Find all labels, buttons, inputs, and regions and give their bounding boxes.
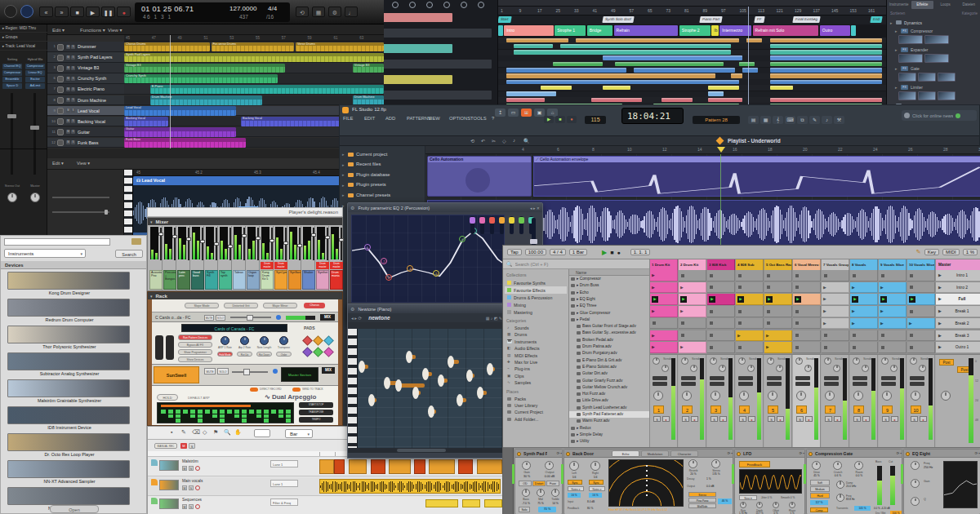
fl-menu-item[interactable]: VIEW — [428, 116, 440, 121]
folder-icon[interactable] — [131, 238, 141, 245]
device-knob[interactable] — [812, 461, 821, 470]
seq-clip[interactable] — [349, 459, 367, 474]
band-slider-cap[interactable] — [479, 217, 485, 224]
device-panel[interactable]: Back Door⟳ ▪EchoModulationCharacterLeft1… — [564, 449, 733, 514]
send-b-knob[interactable] — [804, 365, 812, 372]
channel-fader[interactable] — [174, 228, 176, 260]
solo-button[interactable]: S — [739, 416, 746, 422]
arp-side-button[interactable]: START/STOP — [299, 402, 333, 408]
session-track-header[interactable]: 10 Vocals Slice — [907, 259, 935, 270]
cubase-event[interactable] — [770, 38, 883, 43]
pitch-note-blob[interactable] — [438, 374, 444, 387]
clip-slot[interactable] — [679, 330, 706, 342]
fader-handle[interactable] — [7, 114, 16, 118]
preset-thumbnail[interactable] — [898, 73, 916, 82]
clip-slot[interactable]: ▶ — [879, 306, 906, 317]
session-track-header[interactable]: 9 Vocals Slice — [879, 259, 906, 270]
session-track-header[interactable]: 3 808 Kick — [707, 259, 735, 270]
place-item[interactable]: Add Folder... — [505, 416, 567, 423]
mute-button[interactable]: M — [182, 485, 187, 490]
device-hotswap-icon[interactable]: ⟳ ▪ — [556, 451, 562, 455]
rewind-button[interactable]: « — [39, 7, 53, 17]
region[interactable]: For-verse Drums — [212, 42, 295, 52]
arp-step-cell[interactable] — [242, 414, 247, 419]
browser-file-row[interactable]: ▸ Glue Compressor — [569, 310, 649, 317]
pct-chip[interactable]: 16 % — [589, 493, 602, 498]
sidebar-item[interactable]: ▸ Region: MIDI Thru — [0, 24, 47, 33]
browser-file-row[interactable]: ▸ Drum Buss — [569, 282, 649, 289]
sequencer-tool-icon[interactable]: ✋ — [234, 429, 242, 436]
device-knob[interactable] — [911, 479, 920, 488]
track-activator-button[interactable]: 2 — [682, 405, 693, 414]
pan-knob[interactable] — [768, 391, 777, 401]
clip-play-icon[interactable]: ▶ — [766, 344, 769, 349]
search-button[interactable]: Search — [115, 250, 143, 258]
key-map-button[interactable]: Key — [924, 249, 939, 255]
clip-slot[interactable] — [707, 282, 735, 294]
solo-button[interactable]: S — [189, 466, 194, 471]
fader-handle[interactable] — [297, 244, 302, 247]
instruments-dropdown[interactable]: Instruments▾ — [4, 249, 86, 258]
device-titlebar[interactable]: LFO⟳ ▪ — [735, 450, 805, 458]
mixer-channel-strip[interactable]: Drum masterDrum mania — [330, 226, 343, 291]
arp-step-cell[interactable] — [168, 414, 173, 419]
channel-fader[interactable] — [341, 228, 342, 260]
clip-slot[interactable] — [707, 330, 735, 342]
cubase-event[interactable] — [603, 55, 742, 60]
device-knob[interactable] — [711, 459, 720, 468]
mute-button[interactable]: M — [66, 140, 70, 144]
transport-right-icon[interactable]: ⚙ — [328, 7, 341, 17]
tq-slider-track[interactable] — [52, 197, 109, 198]
clip-slot[interactable]: ▶ — [764, 342, 792, 353]
browser-file-row[interactable]: Guitar Dirt.adv — [569, 370, 649, 377]
browser-file-row[interactable]: Bass Guitar Front of Stage.adv — [569, 323, 649, 330]
send-a-knob[interactable] — [910, 357, 917, 365]
scene-play-icon[interactable]: ▶ — [938, 273, 942, 277]
fl-playlist-titlebar[interactable]: Playlist - Underworld — [340, 135, 979, 146]
mixer-channel-strip[interactable]: Drum masterSynthet — [316, 226, 329, 291]
arp-step-cell[interactable] — [212, 410, 217, 414]
place-item[interactable]: Packs — [505, 396, 567, 402]
fader-handle[interactable] — [311, 233, 316, 237]
mute-button[interactable]: M — [66, 55, 70, 60]
post-chip[interactable]: Post — [939, 359, 954, 366]
plugin-slot[interactable]: Compressor — [25, 64, 45, 69]
cubase-event[interactable] — [591, 98, 642, 103]
device-thumbnail[interactable] — [7, 433, 130, 451]
pct-chip[interactable]: 16 % — [568, 493, 581, 498]
track-thumb[interactable] — [159, 480, 179, 490]
fl-toolbar-icon[interactable]: ▣ — [534, 109, 545, 117]
device-tab[interactable]: Echo — [612, 450, 639, 457]
scene-play-icon[interactable]: ▶ — [938, 308, 942, 313]
track-activator-button[interactable]: 8 — [853, 405, 864, 414]
mixer-strip[interactable]: Sends2S● — [679, 355, 706, 448]
combinator-option-chip[interactable]: Run Pattern Devices — [178, 335, 212, 340]
lcd-signature[interactable]: 4/4 — [268, 5, 277, 12]
device-knob[interactable] — [551, 489, 559, 497]
cubase-event[interactable] — [506, 38, 568, 43]
inspector-button[interactable] — [20, 5, 33, 18]
fl-eq-titlebar[interactable]: ⚙ Fruity parametric EQ 2 (Percussion) ◂ … — [348, 203, 542, 212]
gear-icon[interactable]: ⚙ — [350, 306, 354, 312]
cubase-event[interactable] — [506, 80, 739, 85]
collection-item[interactable]: Drums & Percussion — [505, 294, 567, 301]
arp-step-cell[interactable] — [278, 410, 283, 414]
clip-slot[interactable] — [707, 270, 735, 281]
region[interactable]: Vintage B3 — [353, 64, 384, 73]
channel-fader[interactable] — [327, 228, 328, 260]
clip-slot[interactable] — [736, 318, 764, 330]
logic-ruler[interactable]: 45474951535557596163 — [124, 35, 384, 42]
transport-right-icon[interactable]: ⟲ — [296, 7, 309, 17]
clip-play-icon[interactable]: ▶ — [880, 308, 884, 313]
arranger-marker-flag[interactable]: Synth Solo doof — [603, 16, 635, 23]
fader-handle[interactable] — [200, 240, 205, 243]
seq-clip[interactable] — [429, 459, 454, 474]
browser-tab[interactable]: Effekte — [911, 1, 934, 9]
combinator-knob[interactable] — [260, 336, 269, 345]
fl-playlist-tool-icon[interactable]: ↶ — [481, 138, 485, 144]
clip-play-icon[interactable]: ▶ — [737, 333, 741, 338]
browser-file-row[interactable]: ▸ Utility — [569, 438, 649, 445]
arp-side-button[interactable]: TRANSPOSE — [299, 410, 333, 415]
fl-browser-item[interactable]: ▸Plugin database — [340, 170, 425, 179]
arp-step-cell[interactable] — [278, 414, 283, 419]
